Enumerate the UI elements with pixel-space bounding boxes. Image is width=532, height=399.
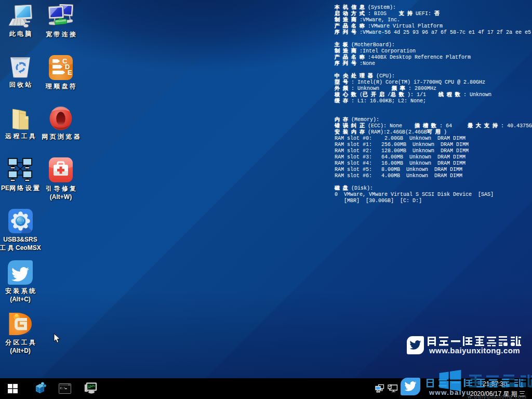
svg-text:E: E (68, 69, 72, 76)
